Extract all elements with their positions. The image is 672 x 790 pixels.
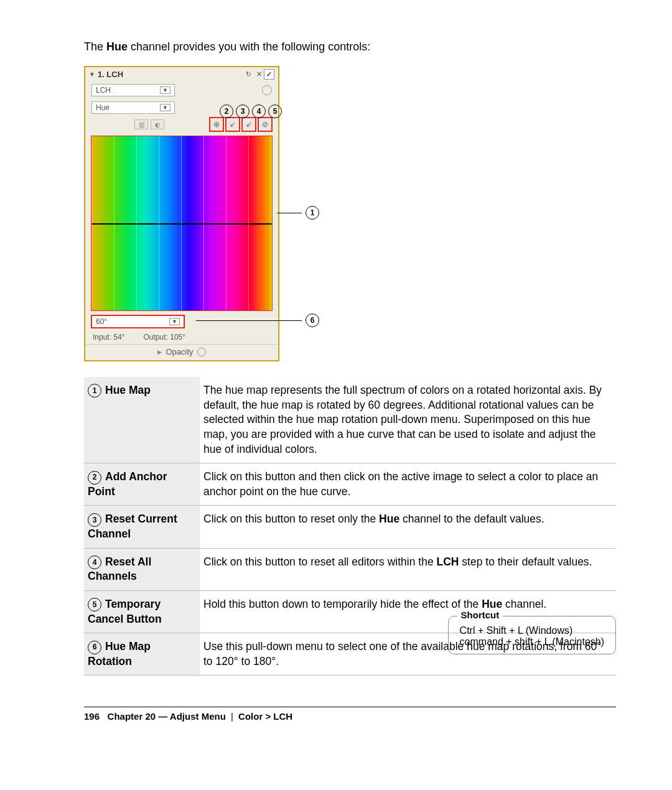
row-label: 1Hue Map xyxy=(84,377,200,463)
page-footer: 196 Chapter 20 — Adjust Menu | Color > L… xyxy=(84,707,616,722)
disclosure-icon[interactable]: ▼ xyxy=(89,71,95,78)
shortcut-windows: Ctrl + Shift + L (Windows) xyxy=(460,625,604,636)
opacity-row[interactable]: ▶Opacity xyxy=(85,344,278,360)
callout-1: 1 xyxy=(277,206,319,220)
refresh-icon[interactable]: ↻ xyxy=(244,70,253,79)
row-label: 3Reset Current Channel xyxy=(84,506,200,548)
top-callouts: 2 3 4 5 xyxy=(220,105,282,118)
enable-checkbox[interactable]: ✓ xyxy=(264,69,274,80)
temp-cancel-button[interactable]: ⊘ xyxy=(258,118,272,131)
panel-titlebar: ▼ 1. LCH ↻ ✕ ✓ xyxy=(85,67,278,81)
mode-select[interactable]: LCH▼ xyxy=(91,84,175,96)
row-label: 2Add Anchor Point xyxy=(84,463,200,506)
row-label: 6Hue Map Rotation xyxy=(84,633,200,676)
figure: ▼ 1. LCH ↻ ✕ ✓ LCH▼ Hue▼ ▥ ◐ ⊕ ↙ ↙ ⊘ xyxy=(84,66,308,361)
shortcut-box: Shortcut Ctrl + Shift + L (Windows) comm… xyxy=(448,616,616,654)
shortcut-mac: command + shift + L (Macintosh) xyxy=(460,636,604,648)
channel-select[interactable]: Hue▼ xyxy=(91,101,175,114)
intro-text: The Hue channel provides you with the fo… xyxy=(84,40,616,53)
row-desc: Click on this button to reset only the H… xyxy=(200,506,616,548)
row-label: 5Temporary Cancel Button xyxy=(84,590,200,633)
row-desc: Click on this button and then click on t… xyxy=(200,463,616,506)
reset-all-button[interactable]: ↙ xyxy=(242,118,256,131)
panel-title: 1. LCH xyxy=(98,70,123,79)
row-desc: The hue map represents the full spectrum… xyxy=(200,377,616,463)
hue-map[interactable] xyxy=(91,136,272,310)
callout-6: 6 xyxy=(196,314,319,327)
histogram-icon[interactable]: ▥ xyxy=(134,119,148,129)
preview-icon[interactable] xyxy=(262,85,272,95)
input-readout: Input: 54° xyxy=(93,333,125,342)
rotation-select[interactable]: 60°▼ xyxy=(91,315,184,328)
reset-current-button[interactable]: ↙ xyxy=(226,118,240,131)
contrast-icon[interactable]: ◐ xyxy=(151,119,164,129)
row-desc: Click on this button to reset all editor… xyxy=(200,548,616,590)
row-label: 4Reset All Channels xyxy=(84,548,200,590)
output-readout: Output: 105° xyxy=(144,333,186,342)
close-icon[interactable]: ✕ xyxy=(254,70,264,79)
add-anchor-button[interactable]: ⊕ xyxy=(210,118,223,131)
mini-toolbar: ▥ ◐ ⊕ ↙ ↙ ⊘ xyxy=(85,116,278,136)
